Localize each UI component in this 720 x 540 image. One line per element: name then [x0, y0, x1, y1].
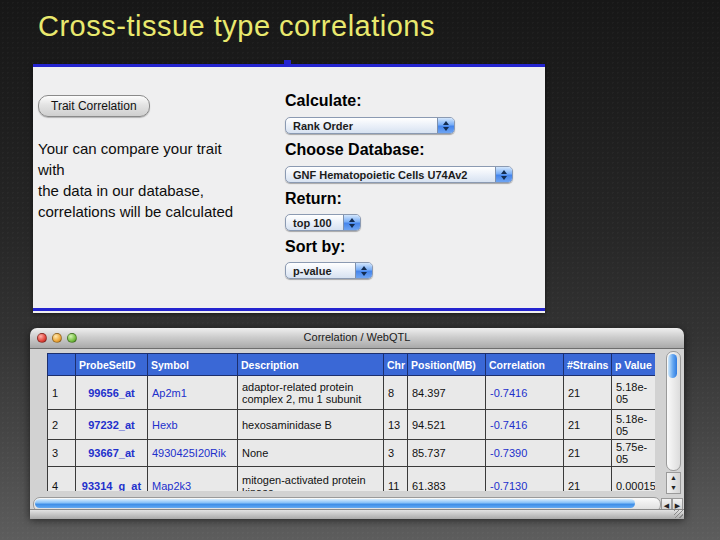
chr-cell: 8	[384, 376, 408, 410]
column-header-symbol: Symbol	[148, 354, 238, 376]
strains-cell: 21	[564, 467, 612, 492]
vertical-scrollbar-arrows: ▲ ▼	[666, 472, 681, 494]
column-header-position: Position(MB)	[408, 354, 486, 376]
chr-cell: 11	[384, 467, 408, 492]
trait-correlation-panel: Trait Correlation Your can compare your …	[33, 64, 545, 313]
correlation-link[interactable]: -0.7416	[490, 419, 527, 431]
scroll-up-icon[interactable]: ▲	[670, 473, 677, 483]
return-select[interactable]: top 100	[285, 214, 361, 231]
column-header-probesetid: ProbeSetID	[76, 354, 148, 376]
description-cell: hexosaminidase B	[238, 410, 384, 440]
window-titlebar[interactable]: Correlation / WebQTL	[30, 328, 684, 349]
description-line: Your can compare your trait	[38, 138, 283, 159]
pvalue-cell: 5.75e-05	[612, 440, 656, 467]
dropdown-stepper-icon	[495, 167, 512, 182]
description-line: with	[38, 159, 283, 180]
table-header-row: ProbeSetID Symbol Description Chr Positi…	[48, 354, 656, 376]
row-index: 1	[48, 376, 76, 410]
page-title: Cross-tissue type correlations	[38, 10, 435, 43]
strains-cell: 21	[564, 410, 612, 440]
strains-cell: 21	[564, 376, 612, 410]
probeset-link[interactable]: 99656_at	[88, 387, 135, 399]
database-select-value: GNF Hematopoietic Cells U74Av2	[293, 169, 467, 181]
dropdown-stepper-icon	[343, 215, 360, 230]
table-row: 4 93314_g_at Map2k3 mitogen-activated pr…	[48, 467, 656, 492]
panel-top-border-notch	[284, 60, 291, 66]
position-cell: 61.383	[408, 467, 486, 492]
description-line: correlations will be calculated	[38, 201, 283, 222]
strains-cell: 21	[564, 440, 612, 467]
database-label: Choose Database:	[285, 141, 425, 159]
slide: { "slide": { "title": "Cross-tissue type…	[0, 0, 720, 540]
vertical-scrollbar[interactable]: ▲ ▼	[666, 351, 681, 494]
column-header-correlation: Correlation	[486, 354, 564, 376]
window-title: Correlation / WebQTL	[30, 331, 684, 343]
row-index: 2	[48, 410, 76, 440]
scroll-down-icon[interactable]: ▼	[670, 483, 677, 493]
column-header-description: Description	[238, 354, 384, 376]
correlation-table-container: ProbeSetID Symbol Description Chr Positi…	[47, 353, 655, 491]
database-select[interactable]: GNF Hematopoietic Cells U74Av2	[285, 166, 513, 183]
description-line: the data in our database,	[38, 180, 283, 201]
panel-description: Your can compare your trait with the dat…	[38, 138, 283, 222]
sort-select[interactable]: p-value	[285, 262, 373, 279]
calculate-select[interactable]: Rank Order	[285, 117, 455, 134]
column-header-index	[48, 354, 76, 376]
correlation-window: Correlation / WebQTL ProbeSetID Symbol D…	[30, 328, 684, 518]
window-statusbar	[30, 509, 684, 519]
column-header-strains: #Strains	[564, 354, 612, 376]
dropdown-stepper-icon	[355, 263, 372, 278]
probeset-link[interactable]: 93314_g_at	[82, 480, 141, 491]
description-cell: None	[238, 440, 384, 467]
trait-correlation-button[interactable]: Trait Correlation	[38, 95, 150, 117]
pvalue-cell: 0.00015	[612, 467, 656, 492]
return-label: Return:	[285, 190, 342, 208]
column-header-pvalue: p Value	[612, 354, 656, 376]
calculate-label: Calculate:	[285, 92, 361, 110]
position-cell: 94.521	[408, 410, 486, 440]
description-cell: mitogen-activated protein kinase	[238, 467, 384, 492]
symbol-link[interactable]: Ap2m1	[152, 387, 187, 399]
vertical-scrollbar-track[interactable]	[666, 351, 681, 471]
probeset-link[interactable]: 97232_at	[88, 419, 135, 431]
probeset-link[interactable]: 93667_at	[88, 447, 135, 459]
correlation-link[interactable]: -0.7130	[490, 480, 527, 491]
sort-label: Sort by:	[285, 238, 345, 256]
correlation-link[interactable]: -0.7390	[490, 447, 527, 459]
resize-grip[interactable]	[674, 510, 683, 518]
position-cell: 85.737	[408, 440, 486, 467]
description-cell: adaptor-related protein complex 2, mu 1 …	[238, 376, 384, 410]
calculate-select-value: Rank Order	[293, 120, 353, 132]
symbol-link[interactable]: Map2k3	[152, 480, 191, 491]
table-row: 2 97232_at Hexb hexosaminidase B 13 94.5…	[48, 410, 656, 440]
correlation-link[interactable]: -0.7416	[490, 387, 527, 399]
correlation-table: ProbeSetID Symbol Description Chr Positi…	[47, 353, 655, 491]
table-row: 1 99656_at Ap2m1 adaptor-related protein…	[48, 376, 656, 410]
position-cell: 84.397	[408, 376, 486, 410]
column-header-chr: Chr	[384, 354, 408, 376]
pvalue-cell: 5.18e-05	[612, 376, 656, 410]
symbol-link[interactable]: Hexb	[152, 419, 178, 431]
window-body: ProbeSetID Symbol Description Chr Positi…	[30, 349, 684, 519]
panel-bottom-border	[33, 308, 545, 311]
table-row: 3 93667_at 4930425I20Rik None 3 85.737 -…	[48, 440, 656, 467]
return-select-value: top 100	[293, 217, 332, 229]
chr-cell: 13	[384, 410, 408, 440]
horizontal-scrollbar-thumb[interactable]	[35, 499, 635, 508]
dropdown-stepper-icon	[437, 118, 454, 133]
sort-select-value: p-value	[293, 265, 332, 277]
chr-cell: 3	[384, 440, 408, 467]
symbol-link[interactable]: 4930425I20Rik	[152, 447, 226, 459]
row-index: 4	[48, 467, 76, 492]
vertical-scrollbar-thumb[interactable]	[668, 354, 677, 378]
pvalue-cell: 5.18e-05	[612, 410, 656, 440]
row-index: 3	[48, 440, 76, 467]
